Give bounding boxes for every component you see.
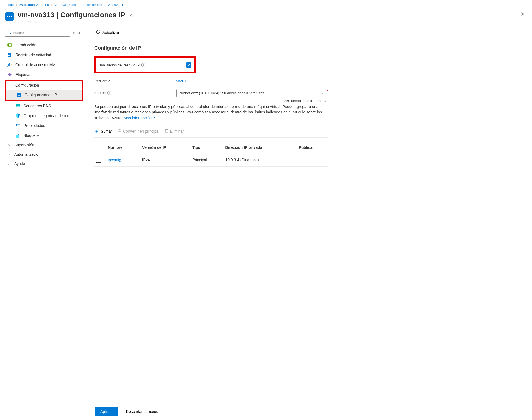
info-icon[interactable]: i: [107, 91, 111, 95]
sidebar-item-properties[interactable]: Propiedades: [5, 121, 83, 130]
ip-forward-checkbox[interactable]: [186, 62, 191, 68]
sidebar-item-ipconfigs[interactable]: Configuraciones IP: [5, 90, 83, 101]
sidebar-item-locks[interactable]: Bloqueos: [5, 130, 83, 140]
svg-rect-8: [8, 55, 10, 56]
learn-more-link[interactable]: Más información↗: [124, 116, 156, 120]
collapse-icon[interactable]: «: [78, 31, 80, 35]
sidebar-item-help[interactable]: ›Ayuda: [5, 159, 83, 168]
svg-point-26: [119, 130, 120, 131]
required-indicator: *: [327, 89, 328, 93]
info-icon[interactable]: i: [141, 63, 145, 67]
ipconfig-link[interactable]: ipconfig1: [108, 158, 123, 162]
refresh-icon: [96, 30, 100, 35]
sidebar-item-label: Propiedades: [24, 123, 45, 128]
sidebar-item-automation[interactable]: ›Automatización: [5, 150, 83, 159]
refresh-button[interactable]: Actualizar: [94, 29, 121, 36]
search-input[interactable]: [13, 31, 68, 35]
row-checkbox[interactable]: [96, 157, 101, 163]
sidebar-item-label: Servidores DNS: [24, 104, 51, 108]
nic-icon: [5, 12, 14, 21]
iam-icon: [7, 62, 12, 67]
col-type: Tipo: [191, 142, 224, 153]
plus-icon: ＋: [94, 128, 99, 135]
sidebar-item-tags[interactable]: Etiquetas: [5, 70, 83, 80]
close-icon[interactable]: ✕: [518, 11, 527, 18]
svg-rect-27: [165, 130, 168, 132]
sidebar-item-label: Registro de actividad: [15, 53, 51, 57]
page-title: vm-nva313 | Configuraciones IP: [18, 11, 125, 19]
sidebar-item-label: Bloqueos: [24, 133, 39, 138]
svg-point-10: [10, 64, 11, 65]
properties-icon: [15, 123, 20, 128]
svg-point-9: [8, 63, 10, 65]
svg-point-25: [118, 129, 121, 132]
ip-forward-label: Habilitación del reenvío IP: [98, 63, 140, 67]
svg-point-13: [18, 95, 18, 96]
subnet-row: Subred i subnet-dmz (10.0.3.0/24) 250 di…: [94, 89, 328, 103]
breadcrumb-item[interactable]: Máquinas virtuales: [19, 3, 49, 7]
cell-type: Principal: [191, 153, 224, 166]
breadcrumb-item[interactable]: vm-nva | Configuración de red: [55, 3, 102, 7]
content-toolbar: Actualizar: [94, 29, 328, 40]
svg-rect-6: [8, 54, 11, 54]
refresh-label: Actualizar: [102, 30, 119, 35]
svg-rect-18: [16, 124, 17, 125]
sidebar-item-label: Introducción: [15, 43, 36, 47]
sidebar-item-nsg[interactable]: Grupo de seguridad de red: [5, 111, 83, 121]
gear-icon: [118, 129, 121, 134]
cell-version: IPv4: [141, 153, 191, 166]
sidebar-item-monitoring[interactable]: ›Supervisión: [5, 140, 83, 150]
svg-point-0: [8, 31, 10, 33]
vnet-link[interactable]: vnet-1: [176, 79, 186, 83]
ipconfig-table: Nombre Versión de IP Tipo Dirección IP p…: [94, 142, 328, 167]
trash-icon: [165, 129, 168, 134]
svg-rect-20: [16, 125, 17, 126]
svg-rect-28: [165, 129, 168, 130]
sidebar-item-dns[interactable]: wwwServidores DNS: [5, 101, 83, 111]
svg-rect-12: [17, 93, 21, 97]
more-icon[interactable]: ···: [137, 12, 143, 18]
svg-point-11: [8, 73, 9, 74]
breadcrumb-item[interactable]: Inicio: [5, 3, 14, 7]
table-row[interactable]: ipconfig1 IPv4 Principal 10.0.3.4 (Dinám…: [94, 153, 328, 166]
sidebar-item-activity-log[interactable]: Registro de actividad: [5, 50, 83, 60]
svg-rect-7: [8, 55, 11, 55]
search-box[interactable]: [5, 29, 70, 37]
svg-rect-4: [10, 44, 10, 46]
subnet-select[interactable]: subnet-dmz (10.0.3.0/24) 250 direcciones…: [176, 89, 326, 97]
sidebar-item-label: Configuración: [15, 83, 39, 87]
overview-icon: [7, 42, 12, 47]
svg-rect-24: [16, 135, 19, 138]
svg-rect-3: [8, 44, 9, 46]
log-icon: [7, 52, 12, 57]
expand-icon[interactable]: ◇: [73, 31, 75, 35]
section-title: Configuración de IP: [94, 45, 328, 51]
make-primary-button: Convertir en principal: [118, 129, 159, 134]
vnet-label: Red virtual: [94, 79, 111, 83]
col-name: Nombre: [106, 142, 141, 153]
main-content: Actualizar Configuración de IP Habilitac…: [85, 29, 331, 172]
sidebar-item-configuration[interactable]: ⌄Configuración: [5, 80, 83, 90]
cell-public: -: [297, 153, 328, 166]
sidebar-item-overview[interactable]: Introducción: [5, 40, 83, 50]
col-version: Versión de IP: [141, 142, 191, 153]
col-public: Pública: [297, 142, 328, 153]
chevron-right-icon: ›: [16, 3, 17, 7]
chevron-right-icon: ›: [7, 143, 11, 147]
subnet-value: subnet-dmz (10.0.3.0/24) 250 direcciones…: [179, 91, 264, 95]
chevron-right-icon: ›: [51, 3, 52, 7]
cell-private: 10.0.3.4 (Dinámico): [224, 153, 297, 166]
nic-small-icon: [16, 92, 21, 97]
page-header: vm-nva313 | Configuraciones IP ☆ ··· Int…: [0, 10, 532, 29]
chevron-right-icon: ›: [7, 152, 11, 157]
chevron-down-icon: ⌄: [8, 83, 12, 87]
breadcrumb-item[interactable]: vm-nva313: [108, 3, 125, 7]
add-button[interactable]: ＋Sumar: [94, 128, 112, 135]
favorite-icon[interactable]: ☆: [129, 12, 133, 18]
sidebar-item-iam[interactable]: Control de acceso (IAM): [5, 60, 83, 70]
svg-rect-23: [17, 127, 20, 127]
svg-point-15: [19, 95, 20, 96]
col-private: Dirección IP privada: [224, 142, 297, 153]
table-actions: ＋Sumar Convertir en principal Eliminar: [94, 125, 328, 138]
sidebar-item-label: Control de acceso (IAM): [15, 63, 57, 67]
